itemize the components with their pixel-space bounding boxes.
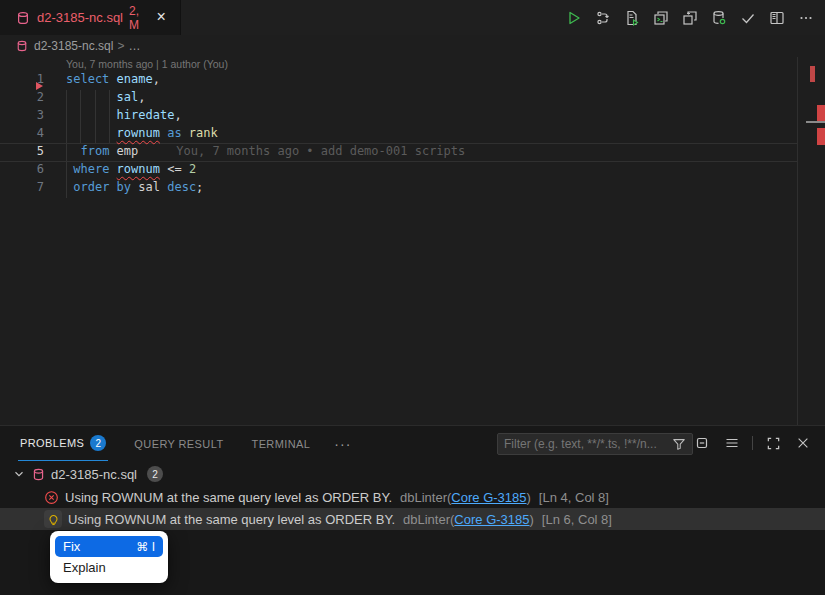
line-number: 4 (0, 126, 44, 144)
problem-source: dbLinter (400, 490, 447, 505)
menu-item-fix-label: Fix (63, 539, 80, 554)
line-number: 7 (0, 180, 44, 198)
line-number: 1 (0, 72, 44, 90)
code-token: , (174, 108, 181, 122)
tab-terminal-label: TERMINAL (252, 438, 311, 450)
line-number: 6 (0, 162, 44, 180)
vscode-window: d2-3185-nc.sql 2, M × (0, 0, 825, 595)
editor-actions (563, 0, 817, 35)
tab-problems[interactable]: PROBLEMS 2 (18, 427, 108, 461)
send-to-editor-icon[interactable] (679, 7, 701, 29)
chevron-down-icon[interactable] (12, 467, 26, 481)
filter-input[interactable] (504, 437, 672, 451)
code-token: sal (138, 180, 160, 194)
divider (752, 436, 753, 450)
code-token: order (73, 180, 109, 194)
run-recent-icon[interactable] (592, 7, 614, 29)
code-token (182, 126, 189, 140)
code-token: rownum (117, 126, 160, 140)
paren-close: ) (527, 490, 531, 505)
filter-funnel-icon (672, 437, 686, 451)
tab-terminal[interactable]: TERMINAL (250, 427, 313, 461)
code-token: emp (117, 144, 139, 158)
tab-query-result-label: QUERY RESULT (134, 438, 223, 450)
error-icon (44, 490, 59, 505)
line-number: 5 (0, 144, 44, 162)
code-line[interactable]: where rownum <= 2 (66, 162, 465, 180)
problem-message: Using ROWNUM at the same query level as … (65, 490, 392, 505)
menu-item-explain[interactable]: Explain (55, 557, 163, 578)
code-line[interactable]: order by sal desc; (66, 180, 465, 198)
close-panel-icon[interactable] (793, 433, 813, 453)
overview-ruler-error-mark (817, 128, 825, 145)
menu-item-fix-shortcut: ⌘ I (136, 540, 155, 554)
code-token: ename (117, 72, 153, 86)
tab-problems-label: PROBLEMS (20, 437, 84, 449)
panel-header-icons (692, 433, 813, 453)
problems-file-name: d2-3185-nc.sql (51, 467, 137, 482)
overview-ruler-border (797, 57, 798, 425)
breadcrumb-symbol-ellipsis[interactable]: … (128, 39, 140, 53)
code-token (66, 108, 117, 122)
problem-row-2[interactable]: Using ROWNUM at the same query level as … (0, 508, 825, 530)
code-lines[interactable]: select ename, sal, hiredate, rownum as r… (66, 72, 465, 198)
breadcrumb-file[interactable]: d2-3185-nc.sql (34, 39, 113, 53)
gutter[interactable]: 1234567 (0, 72, 44, 198)
gitlens-codelens[interactable]: You, 7 months ago | 1 author (You) (66, 58, 228, 70)
menu-item-fix[interactable]: Fix ⌘ I (55, 536, 163, 557)
code-line[interactable]: hiredate, (66, 108, 465, 126)
tab-query-result[interactable]: QUERY RESULT (132, 427, 225, 461)
code-token (66, 90, 117, 104)
problem-row-1[interactable]: Using ROWNUM at the same query level as … (0, 486, 825, 508)
code-token: hiredate (117, 108, 175, 122)
code-editor[interactable]: You, 7 months ago | 1 author (You) 12345… (0, 57, 825, 425)
run-file-icon[interactable] (621, 7, 643, 29)
code-token: desc (167, 180, 196, 194)
database-file-icon (32, 468, 45, 481)
problems-file-group[interactable]: d2-3185-nc.sql 2 (0, 463, 825, 485)
more-actions-icon[interactable] (795, 7, 817, 29)
code-line[interactable]: rownum as rank (66, 126, 465, 144)
tab-filename: d2-3185-nc.sql (37, 10, 123, 25)
code-token (109, 180, 116, 194)
editor-tab-d2-3185-nc[interactable]: d2-3185-nc.sql 2, M × (0, 0, 181, 35)
code-token: sal (117, 90, 139, 104)
breadcrumb-separator: > (117, 39, 124, 53)
code-line[interactable]: from empYou, 7 months ago • add demo-001… (66, 144, 465, 162)
code-token: select (66, 72, 117, 86)
code-token (109, 144, 116, 158)
code-token: , (138, 90, 145, 104)
run-icon[interactable] (563, 7, 585, 29)
code-token: <= (167, 162, 181, 176)
split-editor-icon[interactable] (766, 7, 788, 29)
code-token: rank (189, 126, 218, 140)
code-line[interactable]: sal, (66, 90, 465, 108)
tab-close-icon[interactable]: × (152, 9, 170, 27)
gitlens-inline-blame: You, 7 months ago • add demo-001 scripts (176, 144, 465, 158)
open-in-terminal-icon[interactable] (650, 7, 672, 29)
maximize-panel-icon[interactable] (763, 433, 783, 453)
line-number: 2 (0, 90, 44, 108)
code-token: , (153, 72, 160, 86)
code-token: from (80, 144, 109, 158)
code-token (182, 162, 189, 176)
problems-filter[interactable] (497, 433, 693, 455)
check-icon[interactable] (737, 7, 759, 29)
problem-code-link[interactable]: Core G-3185 (454, 512, 529, 527)
code-token: as (167, 126, 181, 140)
collapse-all-icon[interactable] (692, 433, 712, 453)
more-panel-tabs-icon[interactable]: ··· (334, 436, 351, 452)
code-line[interactable]: select ename, (66, 72, 465, 90)
code-token: 2 (189, 162, 196, 176)
lightbulb-icon[interactable] (44, 510, 62, 528)
menu-item-explain-label: Explain (63, 560, 106, 575)
database-connection-icon[interactable] (708, 7, 730, 29)
problem-location: [Ln 4, Col 8] (539, 490, 609, 505)
problem-code-link[interactable]: Core G-3185 (451, 490, 526, 505)
database-file-icon (16, 40, 28, 52)
code-token (109, 162, 116, 176)
overview-ruler-cursor-mark (806, 121, 825, 123)
view-as-table-icon[interactable] (722, 433, 742, 453)
overview-ruler-error-mark (817, 105, 825, 121)
tab-bar: d2-3185-nc.sql 2, M × (0, 0, 825, 35)
